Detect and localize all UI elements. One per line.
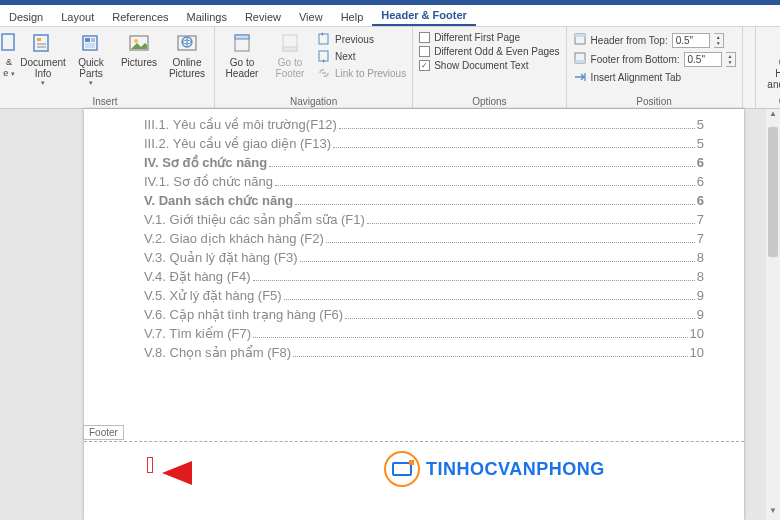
toc-leader-dots bbox=[284, 299, 695, 300]
footer-bottom-stepper[interactable]: ▲▼ bbox=[726, 52, 736, 67]
different-first-page-checkbox[interactable]: Different First Page bbox=[419, 32, 559, 43]
tab-help[interactable]: Help bbox=[332, 8, 373, 26]
ribbon-tabs: Design Layout References Mailings Review… bbox=[0, 5, 780, 27]
toc-page-number: 9 bbox=[697, 288, 704, 303]
online-pictures-button[interactable]: OnlinePictures bbox=[166, 29, 208, 79]
watermark: TINHOCVANPHONG bbox=[384, 451, 605, 487]
toc-row: V.6. Cập nhật tình trạng hàng (F6) 9 bbox=[144, 307, 704, 322]
svg-rect-1 bbox=[34, 35, 48, 51]
toc-title: III.2. Yêu cầu về giao diện (F13) bbox=[144, 136, 331, 151]
svg-rect-6 bbox=[85, 38, 90, 42]
toc-row: V.7. Tìm kiếm (F7) 10 bbox=[144, 326, 704, 341]
toc-leader-dots bbox=[293, 356, 687, 357]
footer-from-bottom-input[interactable]: 0.5" bbox=[684, 52, 722, 67]
svg-rect-0 bbox=[2, 34, 14, 50]
tab-design[interactable]: Design bbox=[0, 8, 52, 26]
partial-button[interactable]: &e ▾ bbox=[2, 29, 16, 79]
pictures-button[interactable]: Pictures bbox=[118, 29, 160, 68]
toc-leader-dots bbox=[275, 185, 695, 186]
next-label: Next bbox=[335, 51, 356, 62]
vertical-scrollbar[interactable]: ▲ ▼ bbox=[766, 109, 780, 520]
document-page[interactable]: III.1. Yêu cầu về môi trường(F12) 5III.2… bbox=[84, 109, 744, 520]
tab-view[interactable]: View bbox=[290, 8, 332, 26]
toc-title: IV.1. Sơ đồ chức năng bbox=[144, 174, 273, 189]
svg-rect-17 bbox=[319, 34, 328, 44]
tab-review[interactable]: Review bbox=[236, 8, 290, 26]
toc-page-number: 5 bbox=[697, 117, 704, 132]
toc-row: III.1. Yêu cầu về môi trường(F12) 5 bbox=[144, 117, 704, 132]
position-group-label: Position bbox=[573, 95, 736, 107]
svg-rect-2 bbox=[37, 38, 41, 41]
next-button[interactable]: Next bbox=[317, 49, 406, 63]
toc-row: V.4. Đặt hàng (F4) 8 bbox=[144, 269, 704, 284]
footer-bottom-icon bbox=[573, 51, 587, 67]
online-pictures-icon bbox=[175, 31, 199, 55]
quick-parts-label: QuickParts bbox=[78, 57, 104, 79]
svg-point-10 bbox=[134, 39, 138, 43]
toc-row: IV.1. Sơ đồ chức năng 6 bbox=[144, 174, 704, 189]
toc-page-number: 6 bbox=[697, 193, 704, 208]
toc-title: V.6. Cập nhật tình trạng hàng (F6) bbox=[144, 307, 343, 322]
toc-leader-dots bbox=[295, 204, 695, 205]
document-info-button[interactable]: DocumentInfo ▾ bbox=[22, 29, 64, 87]
insert-alignment-tab-button[interactable]: Insert Alignment Tab bbox=[573, 70, 736, 84]
scrollbar-thumb[interactable] bbox=[768, 127, 778, 257]
previous-button[interactable]: Previous bbox=[317, 32, 406, 46]
different-odd-even-checkbox[interactable]: Different Odd & Even Pages bbox=[419, 46, 559, 57]
toc-leader-dots bbox=[326, 242, 695, 243]
previous-label: Previous bbox=[335, 34, 374, 45]
checkbox-checked-icon: ✓ bbox=[419, 60, 430, 71]
tab-header-footer[interactable]: Header & Footer bbox=[372, 6, 476, 26]
navigation-group-label: Navigation bbox=[221, 95, 406, 107]
header-top-stepper[interactable]: ▲▼ bbox=[714, 33, 724, 48]
toc-row: V.1. Giới thiệu các sản phẩm sữa (F1) 7 bbox=[144, 212, 704, 227]
toc-page-number: 10 bbox=[690, 326, 704, 341]
toc-row: III.2. Yêu cầu về giao diện (F13) 5 bbox=[144, 136, 704, 151]
scroll-up-button[interactable]: ▲ bbox=[766, 109, 780, 123]
goto-header-button[interactable]: Go toHeader bbox=[221, 29, 263, 79]
goto-footer-button: Go toFooter bbox=[269, 29, 311, 79]
svg-rect-14 bbox=[235, 35, 249, 39]
ribbon: &e ▾ DocumentInfo ▾ QuickParts ▾ Picture… bbox=[0, 27, 780, 109]
show-document-text-label: Show Document Text bbox=[434, 60, 528, 71]
header-top-icon bbox=[573, 32, 587, 48]
toc-row: V.5. Xử lý đặt hàng (F5) 9 bbox=[144, 288, 704, 303]
partial-icon bbox=[0, 31, 21, 55]
tab-mailings[interactable]: Mailings bbox=[178, 8, 236, 26]
toc-row: V.2. Giao dịch khách hàng (F2) 7 bbox=[144, 231, 704, 246]
close-header-footer-label: Close Headerand Footer bbox=[762, 57, 780, 90]
svg-rect-22 bbox=[575, 60, 585, 63]
options-group-label: Options bbox=[419, 95, 559, 107]
close-header-footer-button[interactable]: Close Headerand Footer bbox=[762, 29, 780, 90]
toc-page-number: 5 bbox=[697, 136, 704, 151]
annotation-arrow-icon bbox=[162, 453, 362, 493]
toc-page-number: 10 bbox=[690, 345, 704, 360]
show-document-text-checkbox[interactable]: ✓ Show Document Text bbox=[419, 60, 559, 71]
svg-rect-20 bbox=[575, 34, 585, 37]
tab-references[interactable]: References bbox=[103, 8, 177, 26]
document-info-icon bbox=[31, 31, 55, 55]
toc-leader-dots bbox=[333, 147, 695, 148]
toc-leader-dots bbox=[253, 337, 688, 338]
header-from-top-input[interactable]: 0.5" bbox=[672, 33, 710, 48]
toc-title: V.2. Giao dịch khách hàng (F2) bbox=[144, 231, 324, 246]
tab-layout[interactable]: Layout bbox=[52, 8, 103, 26]
header-from-top-label: Header from Top: bbox=[591, 35, 668, 46]
quick-parts-button[interactable]: QuickParts ▾ bbox=[70, 29, 112, 87]
link-icon bbox=[317, 66, 331, 80]
toc-page-number: 8 bbox=[697, 250, 704, 265]
toc-title: III.1. Yêu cầu về môi trường(F12) bbox=[144, 117, 337, 132]
text-cursor bbox=[147, 457, 153, 473]
scroll-down-button[interactable]: ▼ bbox=[766, 506, 780, 520]
toc-leader-dots bbox=[269, 166, 695, 167]
pictures-icon bbox=[127, 31, 151, 55]
table-of-contents: III.1. Yêu cầu về môi trường(F12) 5III.2… bbox=[84, 109, 744, 368]
toc-row: V.8. Chọn sản phẩm (F8) 10 bbox=[144, 345, 704, 360]
quick-parts-icon bbox=[79, 31, 103, 55]
svg-rect-16 bbox=[283, 47, 297, 51]
toc-title: V.1. Giới thiệu các sản phẩm sữa (F1) bbox=[144, 212, 365, 227]
toc-title: V.8. Chọn sản phẩm (F8) bbox=[144, 345, 291, 360]
online-pictures-label: OnlinePictures bbox=[169, 57, 205, 79]
toc-leader-dots bbox=[367, 223, 695, 224]
document-info-label: DocumentInfo bbox=[20, 57, 66, 79]
